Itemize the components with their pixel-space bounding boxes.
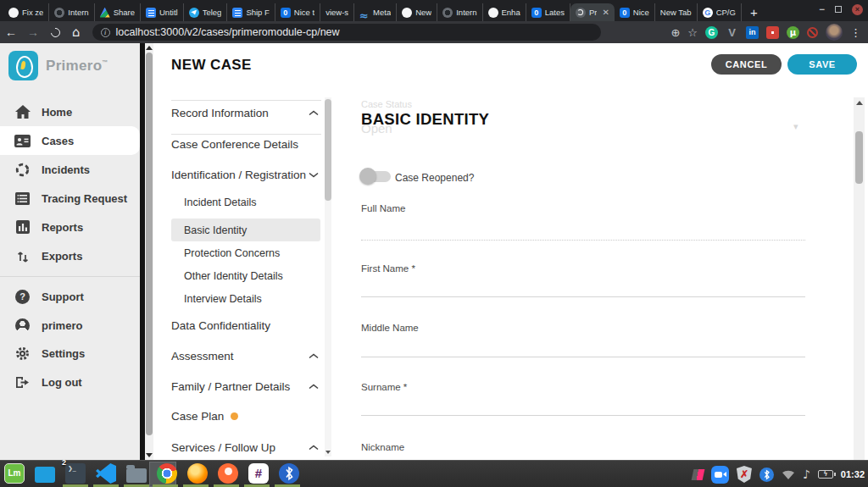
form-nav-other-identity-details[interactable]: Other Identity Details bbox=[171, 267, 320, 285]
zoom-page-icon[interactable]: ⊕ bbox=[670, 26, 680, 39]
tab-latest[interactable]: Lates bbox=[526, 3, 570, 21]
show-desktop-icon[interactable] bbox=[35, 467, 55, 483]
case-reopened-toggle-knob[interactable] bbox=[359, 168, 376, 185]
tab-cpg[interactable]: CP/G bbox=[698, 3, 742, 21]
form-nav-label: Case Plan bbox=[171, 410, 224, 423]
form-nav-label: Case Conference Details bbox=[171, 138, 320, 151]
form-nav-label: Identification / Registration bbox=[171, 169, 309, 181]
tab-fix[interactable]: Fix ze bbox=[3, 3, 49, 21]
tab-enhance[interactable]: Enha bbox=[483, 3, 526, 21]
audio-icon[interactable]: ♪ bbox=[803, 468, 810, 481]
linkedin-extension-icon[interactable]: in bbox=[746, 26, 759, 39]
address-bar[interactable]: i localhost:3000/v2/cases/primeromodule-… bbox=[92, 24, 601, 41]
sidebar-item-account[interactable]: primero bbox=[0, 311, 140, 340]
sidebar-item-logout[interactable]: Log out bbox=[0, 368, 140, 396]
grammarly-extension-icon[interactable]: G bbox=[705, 26, 718, 39]
surname-input[interactable] bbox=[361, 415, 805, 416]
red-extension-icon[interactable] bbox=[766, 26, 779, 39]
tab-intern-1[interactable]: Intern bbox=[49, 3, 94, 21]
tab-share[interactable]: Share bbox=[95, 3, 141, 21]
mint-menu-icon[interactable]: Lm bbox=[4, 463, 25, 484]
sidebar-item-settings[interactable]: Settings bbox=[0, 339, 140, 368]
forward-button[interactable]: → bbox=[22, 25, 44, 39]
tab-metabase[interactable]: Meta bbox=[354, 3, 397, 21]
sidebar-item-home[interactable]: Home bbox=[0, 97, 140, 126]
form-nav-assessment[interactable]: Assessment bbox=[171, 346, 320, 365]
reload-button[interactable] bbox=[49, 25, 62, 38]
wifi-icon[interactable] bbox=[782, 469, 795, 479]
form-nav-identification-registration[interactable]: Identification / Registration bbox=[171, 165, 320, 184]
form-nav-case-conference-details[interactable]: Case Conference Details bbox=[171, 135, 320, 153]
utorrent-extension-icon[interactable]: µ bbox=[787, 26, 799, 39]
site-info-icon[interactable]: i bbox=[101, 28, 110, 37]
new-tab-button[interactable]: + bbox=[750, 5, 758, 19]
sidebar-item-incidents[interactable]: Incidents bbox=[0, 155, 140, 184]
first-name-input[interactable] bbox=[361, 296, 805, 297]
battery-icon[interactable]: ϟ bbox=[818, 470, 833, 479]
close-tab-icon[interactable]: ✕ bbox=[602, 8, 609, 17]
tab-telegram[interactable]: Teleg bbox=[184, 3, 228, 21]
chrome-icon[interactable] bbox=[157, 463, 177, 484]
window-maximize-button[interactable] bbox=[835, 6, 842, 13]
bluetooth-tray-icon[interactable] bbox=[760, 468, 774, 482]
vscode-icon[interactable] bbox=[96, 463, 116, 484]
tab-newtab[interactable]: New Tab bbox=[655, 3, 698, 21]
clock[interactable]: 01:32 bbox=[841, 469, 865, 479]
form-nav-protection-concerns[interactable]: Protection Concerns bbox=[171, 244, 320, 263]
sidebar-item-support[interactable]: ? Support bbox=[0, 282, 140, 311]
scroll-down-arrow-icon[interactable] bbox=[326, 451, 331, 454]
tab-nice-2[interactable]: Nice bbox=[615, 3, 655, 21]
tab-title: Nice t bbox=[294, 8, 314, 17]
sidebar-item-exports[interactable]: Exports bbox=[0, 241, 140, 270]
postman-icon[interactable] bbox=[218, 463, 238, 484]
bookmark-star-icon[interactable]: ☆ bbox=[687, 26, 698, 39]
firewall-shield-icon[interactable]: ✗ bbox=[737, 466, 752, 483]
scroll-down-arrow-icon[interactable] bbox=[146, 453, 153, 457]
vimium-extension-icon[interactable]: V bbox=[726, 26, 738, 39]
tab-view[interactable]: view-s bbox=[320, 3, 354, 21]
support-icon: ? bbox=[14, 289, 31, 304]
scroll-up-arrow-icon[interactable] bbox=[146, 46, 153, 50]
form-nav-scrollbar-thumb[interactable] bbox=[325, 99, 331, 201]
sidebar-item-reports[interactable]: Reports bbox=[0, 213, 140, 241]
tab-untitled[interactable]: Untitl bbox=[141, 3, 184, 21]
tab-intern-2[interactable]: Intern bbox=[437, 3, 482, 21]
terminal-icon[interactable]: 2 bbox=[65, 463, 86, 484]
file-manager-icon[interactable] bbox=[126, 468, 147, 483]
sidebar-item-label: Cases bbox=[42, 135, 74, 147]
form-nav-incident-details[interactable]: Incident Details bbox=[171, 193, 320, 212]
form-nav-family-partner-details[interactable]: Family / Partner Details bbox=[171, 377, 320, 396]
form-nav-record-information[interactable]: Record Information bbox=[171, 103, 320, 122]
google-drive-icon bbox=[100, 8, 110, 18]
back-button[interactable]: ← bbox=[0, 25, 22, 39]
tab-new[interactable]: New bbox=[397, 3, 437, 21]
profile-avatar[interactable] bbox=[826, 24, 843, 41]
home-button[interactable]: ⌂ bbox=[72, 25, 81, 40]
sidebar-scrollbar-thumb[interactable] bbox=[146, 53, 153, 435]
window-minimize-button[interactable]: − bbox=[819, 3, 825, 15]
bluetooth-app-icon[interactable] bbox=[279, 463, 299, 484]
form-nav-basic-identity[interactable]: Basic Identity bbox=[171, 221, 320, 240]
sidebar-item-tracing-request[interactable]: Tracing Request bbox=[0, 184, 140, 213]
window-close-button[interactable]: × bbox=[852, 4, 863, 15]
browser-menu-icon[interactable]: ⋮ bbox=[850, 26, 861, 39]
form-nav-data-confidentiality[interactable]: Data Confidentiality bbox=[171, 316, 320, 335]
zoom-app-icon[interactable] bbox=[711, 466, 729, 484]
form-nav-services-follow-up[interactable]: Services / Follow Up bbox=[171, 438, 320, 457]
tab-nice-1[interactable]: Nice t bbox=[275, 3, 320, 21]
sidebar-item-cases[interactable]: Cases bbox=[0, 126, 140, 155]
save-button[interactable]: SAVE bbox=[787, 54, 857, 75]
tab-primero-active[interactable]: Pr✕ bbox=[570, 3, 615, 21]
scroll-up-arrow-icon[interactable] bbox=[856, 101, 863, 105]
full-name-input[interactable] bbox=[361, 240, 805, 241]
firefox-icon[interactable] bbox=[187, 463, 208, 484]
middle-name-input[interactable] bbox=[361, 357, 805, 357]
cancel-button[interactable]: CANCEL bbox=[711, 54, 782, 75]
tab-ship[interactable]: Ship F bbox=[227, 3, 275, 21]
slack-icon[interactable]: # bbox=[248, 463, 269, 484]
content-scrollbar-thumb[interactable] bbox=[855, 131, 863, 184]
form-nav-case-plan[interactable]: Case Plan bbox=[171, 407, 320, 425]
tray-app-icon[interactable] bbox=[692, 469, 705, 480]
blocker-extension-icon[interactable] bbox=[807, 27, 818, 38]
form-nav-interview-details[interactable]: Interview Details bbox=[171, 290, 320, 308]
